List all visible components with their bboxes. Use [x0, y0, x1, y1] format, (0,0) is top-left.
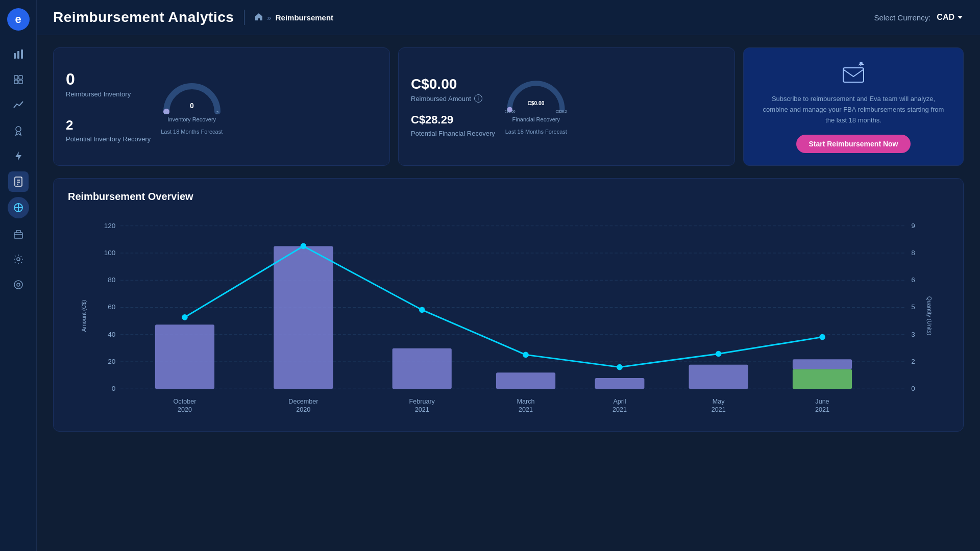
potential-inventory-label: Potential Inventory Recovery	[66, 135, 151, 143]
breadcrumb-home-icon[interactable]	[255, 13, 263, 22]
sidebar-item-reimbursement[interactable]	[8, 197, 29, 218]
financial-card: C$0.00 Reimbursed Amount i C$28.29 Poten…	[398, 47, 735, 166]
sidebar-item-reports[interactable]	[8, 171, 29, 192]
svg-text:October: October	[174, 398, 197, 406]
info-icon[interactable]: i	[474, 94, 482, 103]
svg-text:April: April	[613, 398, 626, 406]
potential-inventory-number: 2	[66, 117, 151, 133]
sidebar-item-stats[interactable]	[8, 44, 29, 64]
dot-may	[716, 351, 722, 357]
svg-text:0: 0	[165, 110, 167, 114]
svg-text:2021: 2021	[815, 406, 829, 413]
overview-section: Reimbursement Overview Amount (C$) Quant…	[53, 178, 964, 432]
svg-rect-6	[19, 80, 22, 84]
svg-text:May: May	[713, 398, 725, 406]
svg-point-19	[14, 281, 22, 289]
currency-selector: Select Currency: CAD	[874, 13, 964, 22]
svg-point-7	[16, 127, 21, 132]
dot-oct	[182, 314, 188, 320]
svg-point-20	[17, 283, 20, 286]
svg-text:December: December	[288, 398, 318, 406]
financial-gauge: C$0.00 C$0.00 C$28.29 Financial Recovery…	[505, 79, 567, 135]
dot-mar	[523, 352, 529, 358]
svg-text:2020: 2020	[296, 406, 310, 413]
svg-text:2021: 2021	[415, 406, 429, 413]
svg-text:June: June	[815, 398, 829, 406]
y-axis-right-label: Quantity (Units)	[926, 296, 933, 335]
svg-text:0: 0	[112, 385, 116, 392]
bar-may	[689, 365, 748, 389]
bar-feb	[393, 348, 452, 389]
svg-text:100: 100	[104, 249, 116, 257]
svg-marker-21	[958, 16, 963, 19]
potential-financial-label: Potential Financial Recovery	[411, 130, 495, 137]
reimbursed-inventory-number: 0	[66, 71, 151, 87]
subscribe-card: Subscribe to reimbursement and Eva team …	[743, 47, 964, 166]
svg-rect-0	[14, 53, 16, 59]
svg-text:120: 120	[104, 222, 116, 230]
sidebar-item-settings[interactable]	[8, 249, 29, 269]
sidebar-item-flash[interactable]	[8, 146, 29, 166]
inventory-gauge: 0 0 2 Inventory Recovery Last 18 Months …	[161, 79, 223, 135]
svg-rect-28	[843, 68, 864, 82]
svg-text:2021: 2021	[612, 406, 627, 413]
svg-text:2021: 2021	[712, 406, 726, 413]
svg-text:February: February	[409, 398, 435, 406]
sidebar-item-trends[interactable]	[8, 95, 29, 115]
bar-apr	[595, 378, 645, 389]
dot-feb	[419, 307, 425, 313]
svg-text:0: 0	[190, 102, 194, 110]
gauge-chart-inventory: 0 0 2	[161, 79, 223, 114]
financial-card-left: C$0.00 Reimbursed Amount i C$28.29 Poten…	[411, 76, 495, 137]
svg-text:20: 20	[108, 358, 115, 365]
svg-text:0: 0	[911, 385, 915, 392]
chart-wrapper: Amount (C$) Quantity (Units) 120 100 80	[68, 213, 949, 419]
bar-oct	[155, 325, 214, 389]
svg-text:C$28.29: C$28.29	[556, 110, 567, 113]
dot-dec	[301, 243, 307, 249]
stat-cards-row: 0 Reimbursed Inventory 2 Potential Inven…	[53, 47, 964, 166]
sidebar: e	[0, 0, 37, 551]
sidebar-item-analytics[interactable]	[8, 69, 29, 90]
svg-rect-3	[14, 76, 18, 79]
svg-rect-16	[14, 233, 22, 238]
svg-text:6: 6	[911, 276, 915, 284]
svg-text:March: March	[517, 398, 535, 406]
financial-forecast-label: Last 18 Months Forecast	[505, 122, 567, 135]
svg-text:C$0.00: C$0.00	[505, 110, 516, 113]
header-divider	[244, 10, 244, 25]
logo[interactable]: e	[7, 8, 30, 31]
subscribe-icon	[841, 60, 866, 88]
start-reimbursement-button[interactable]: Start Reimbursement Now	[796, 135, 910, 153]
inventory-card: 0 Reimbursed Inventory 2 Potential Inven…	[53, 47, 390, 166]
bar-jun-green	[793, 369, 852, 389]
currency-dropdown[interactable]: CAD	[937, 13, 964, 22]
svg-point-29	[860, 62, 862, 64]
bar-jun-purple	[793, 360, 852, 369]
dot-apr	[617, 364, 623, 370]
svg-text:9: 9	[911, 222, 915, 230]
sidebar-item-awards[interactable]	[8, 120, 29, 141]
sidebar-item-config[interactable]	[8, 274, 29, 295]
reimbursed-inventory-label: Reimbursed Inventory	[66, 90, 151, 98]
svg-rect-9	[15, 177, 22, 186]
svg-rect-5	[14, 80, 18, 84]
gauge-chart-financial: C$0.00 C$0.00 C$28.29	[505, 79, 567, 114]
svg-text:2020: 2020	[178, 406, 192, 413]
y-axis-left-label: Amount (C$)	[81, 300, 87, 332]
dot-jun	[819, 334, 825, 340]
breadcrumb: » Reimbursement	[255, 13, 333, 22]
svg-text:80: 80	[108, 276, 115, 284]
inventory-gauge-label: Inventory Recovery	[167, 116, 216, 122]
svg-marker-8	[15, 152, 21, 161]
svg-rect-2	[21, 49, 23, 59]
currency-value: CAD	[937, 13, 954, 22]
svg-text:C$0.00: C$0.00	[528, 101, 545, 106]
sidebar-item-inventory[interactable]	[8, 223, 29, 244]
svg-text:5: 5	[911, 304, 915, 311]
potential-financial-value: C$28.29	[411, 113, 495, 127]
content-area: 0 Reimbursed Inventory 2 Potential Inven…	[37, 35, 980, 551]
financial-gauge-label: Financial Recovery	[512, 116, 560, 122]
svg-text:2: 2	[911, 358, 915, 365]
svg-text:60: 60	[108, 304, 115, 311]
